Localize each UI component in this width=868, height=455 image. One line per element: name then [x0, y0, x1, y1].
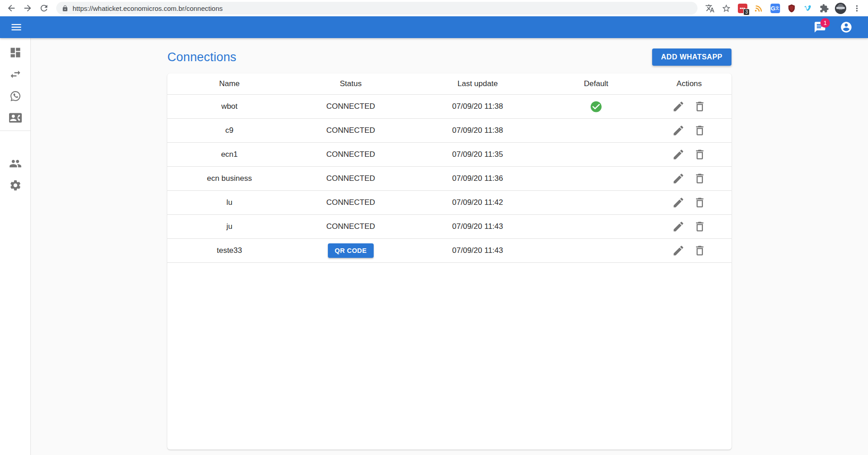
trash-icon [693, 148, 706, 161]
cell-status: CONNECTED [292, 95, 410, 119]
pencil-icon [672, 196, 685, 209]
cell-actions [647, 167, 731, 191]
connections-table-body: wbot CONNECTED 07/09/20 11:38 c9 CONNECT… [167, 95, 731, 263]
cell-actions [647, 239, 731, 263]
sidebar-item-contacts[interactable] [0, 107, 30, 129]
status-text: CONNECTED [326, 174, 375, 183]
cell-name: wbot [167, 95, 292, 119]
sidebar-item-dashboard[interactable] [0, 42, 30, 63]
table-header-row: Name Status Last update Default Actions [167, 73, 731, 95]
status-text: CONNECTED [326, 222, 375, 231]
status-text: CONNECTED [326, 198, 375, 207]
browser-toolbar: https://whaticket.economicros.com.br/con… [0, 0, 868, 16]
delete-button[interactable] [692, 171, 707, 186]
trash-icon [693, 244, 706, 257]
edit-button[interactable] [671, 147, 686, 162]
cell-status: QR CODE [292, 239, 410, 263]
sidebar-item-settings[interactable] [0, 174, 30, 196]
profile-avatar[interactable] [834, 1, 847, 15]
cell-actions [647, 119, 731, 143]
cell-actions [647, 215, 731, 239]
app-bar: 1 [0, 16, 868, 38]
table-row: c9 CONNECTED 07/09/20 11:38 [167, 119, 731, 143]
vimeo-icon[interactable] [801, 1, 814, 15]
cell-default [545, 167, 647, 191]
extensions-puzzle-icon[interactable] [817, 1, 831, 15]
red-dots-extension-icon[interactable]: ••• 3 [736, 1, 749, 15]
cell-name: ju [167, 215, 292, 239]
cell-status: CONNECTED [292, 191, 410, 215]
cell-default [545, 191, 647, 215]
swap-horiz-icon [9, 68, 22, 81]
edit-button[interactable] [671, 171, 686, 186]
cell-last-update: 07/09/20 11:38 [410, 95, 546, 119]
cell-actions [647, 191, 731, 215]
pencil-icon [672, 100, 685, 113]
sidebar-item-users[interactable] [0, 153, 30, 174]
sidebar-item-connections[interactable] [0, 63, 30, 85]
delete-button[interactable] [692, 219, 707, 234]
pencil-icon [672, 244, 685, 257]
pencil-icon [672, 220, 685, 233]
edit-button[interactable] [671, 219, 686, 234]
people-icon [9, 157, 22, 170]
cell-default [545, 215, 647, 239]
cell-last-update: 07/09/20 11:35 [410, 143, 546, 167]
main-content: Connections ADD WHATSAPP Name Status Las… [31, 38, 868, 455]
edit-button[interactable] [671, 243, 686, 258]
header-status: Status [292, 73, 410, 95]
status-text: CONNECTED [326, 126, 375, 135]
edit-button[interactable] [671, 123, 686, 138]
ublock-shield-icon[interactable] [785, 1, 798, 15]
connections-table: Name Status Last update Default Actions … [167, 73, 731, 263]
delete-button[interactable] [692, 123, 707, 138]
cell-default [545, 95, 647, 119]
account-circle-icon[interactable] [836, 17, 856, 37]
table-row: ecn business CONNECTED 07/09/20 11:36 [167, 167, 731, 191]
header-name: Name [167, 73, 292, 95]
delete-button[interactable] [692, 147, 707, 162]
menu-icon[interactable] [6, 17, 26, 37]
sidebar-item-tickets[interactable] [0, 85, 30, 107]
cell-name: lu [167, 191, 292, 215]
add-whatsapp-button[interactable]: ADD WHATSAPP [652, 48, 731, 66]
cell-status: CONNECTED [292, 119, 410, 143]
cell-name: c9 [167, 119, 292, 143]
edit-button[interactable] [671, 99, 686, 114]
extension-badge: 3 [743, 9, 750, 15]
notifications-chat-icon[interactable]: 1 [810, 17, 830, 37]
status-text: CONNECTED [326, 150, 375, 159]
qr-code-button[interactable]: QR CODE [328, 243, 373, 258]
cell-last-update: 07/09/20 11:42 [410, 191, 546, 215]
cell-name: ecn1 [167, 143, 292, 167]
connections-card: Name Status Last update Default Actions … [167, 73, 731, 450]
delete-button[interactable] [692, 99, 707, 114]
cell-default [545, 239, 647, 263]
dashboard-icon [9, 46, 22, 59]
forward-button[interactable] [21, 1, 34, 15]
rss-feed-icon[interactable] [752, 1, 766, 15]
cell-default [545, 143, 647, 167]
header-actions: Actions [647, 73, 731, 95]
browser-menu-icon[interactable] [850, 1, 863, 15]
delete-button[interactable] [692, 195, 707, 210]
edit-button[interactable] [671, 195, 686, 210]
refresh-button[interactable] [37, 1, 51, 15]
table-row: teste33 QR CODE 07/09/20 11:43 [167, 239, 731, 263]
default-check-icon [590, 102, 603, 110]
cell-name: teste33 [167, 239, 292, 263]
cell-last-update: 07/09/20 11:38 [410, 119, 546, 143]
cell-actions [647, 95, 731, 119]
translate-extension-icon[interactable]: G文 [768, 1, 782, 15]
trash-icon [693, 124, 706, 137]
cell-default [545, 119, 647, 143]
url-bar[interactable]: https://whaticket.economicros.com.br/con… [56, 2, 697, 15]
delete-button[interactable] [692, 243, 707, 258]
translate-page-icon[interactable] [703, 1, 717, 15]
contact-phone-icon [9, 111, 22, 124]
url-text: https://whaticket.economicros.com.br/con… [73, 5, 223, 12]
bookmark-star-icon[interactable] [719, 1, 733, 15]
back-button[interactable] [5, 1, 18, 15]
table-row: wbot CONNECTED 07/09/20 11:38 [167, 95, 731, 119]
page-title: Connections [167, 50, 236, 64]
